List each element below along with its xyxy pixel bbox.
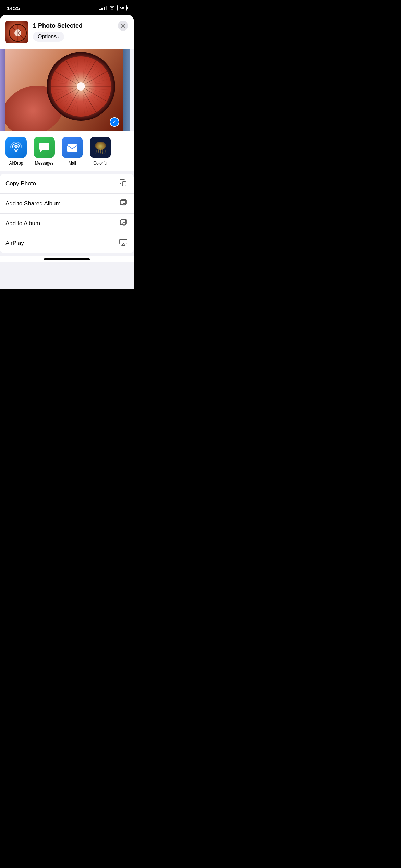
colorful-label: Colorful [93, 161, 107, 166]
add-album-item[interactable]: Add to Album [0, 214, 134, 233]
airplay-item[interactable]: AirPlay [0, 233, 134, 253]
copy-photo-item[interactable]: Copy Photo [0, 174, 134, 194]
share-app-colorful[interactable]: Colorful [90, 137, 111, 166]
mail-label: Mail [69, 161, 76, 166]
shared-album-icon [119, 198, 128, 208]
messages-label: Messages [35, 161, 54, 166]
svg-rect-3 [122, 182, 126, 186]
colorful-icon [90, 137, 111, 158]
section-divider [0, 171, 134, 174]
battery-indicator: 58 [117, 5, 127, 11]
home-indicator [0, 256, 134, 262]
copy-photo-label: Copy Photo [5, 180, 36, 187]
share-apps-row: AirDrop Messages Mail [0, 131, 134, 171]
wifi-icon [109, 5, 115, 11]
share-header: 1 Photo Selected Options › [0, 15, 134, 49]
selection-checkmark: ✓ [110, 117, 119, 127]
signal-icon [99, 6, 107, 10]
share-app-airdrop[interactable]: AirDrop [5, 137, 27, 166]
messages-icon [34, 137, 55, 158]
share-app-mail[interactable]: Mail [62, 137, 83, 166]
options-button[interactable]: Options › [33, 32, 64, 42]
add-album-label: Add to Album [5, 220, 40, 227]
action-list: Copy Photo Add to Shared Album [0, 174, 134, 253]
selected-photo-thumbnail [5, 21, 28, 43]
header-info: 1 Photo Selected Options › [33, 22, 113, 42]
status-bar: 14:25 58 [0, 0, 134, 14]
add-shared-album-label: Add to Shared Album [5, 200, 61, 207]
airplay-label: AirPlay [5, 240, 24, 247]
add-album-icon [119, 218, 128, 228]
photo-item-main[interactable]: ✓ [5, 49, 123, 131]
airdrop-icon [5, 137, 27, 158]
time-display: 14:25 [7, 5, 20, 11]
share-sheet: 1 Photo Selected Options › ✓ [0, 15, 134, 289]
copy-icon [119, 179, 128, 189]
photo-strip[interactable]: ✓ [0, 49, 134, 131]
photo-item-right-partial [123, 49, 130, 131]
svg-rect-2 [67, 144, 77, 152]
mail-icon [62, 137, 83, 158]
photo-item-left-partial [0, 49, 5, 131]
selected-count-title: 1 Photo Selected [33, 22, 113, 29]
status-icons: 58 [99, 5, 127, 11]
close-button[interactable] [118, 21, 128, 31]
add-shared-album-item[interactable]: Add to Shared Album [0, 194, 134, 214]
home-bar [44, 258, 90, 260]
share-app-messages[interactable]: Messages [34, 137, 55, 166]
airplay-icon [119, 238, 128, 248]
airdrop-label: AirDrop [9, 161, 23, 166]
options-chevron-icon: › [58, 34, 59, 39]
